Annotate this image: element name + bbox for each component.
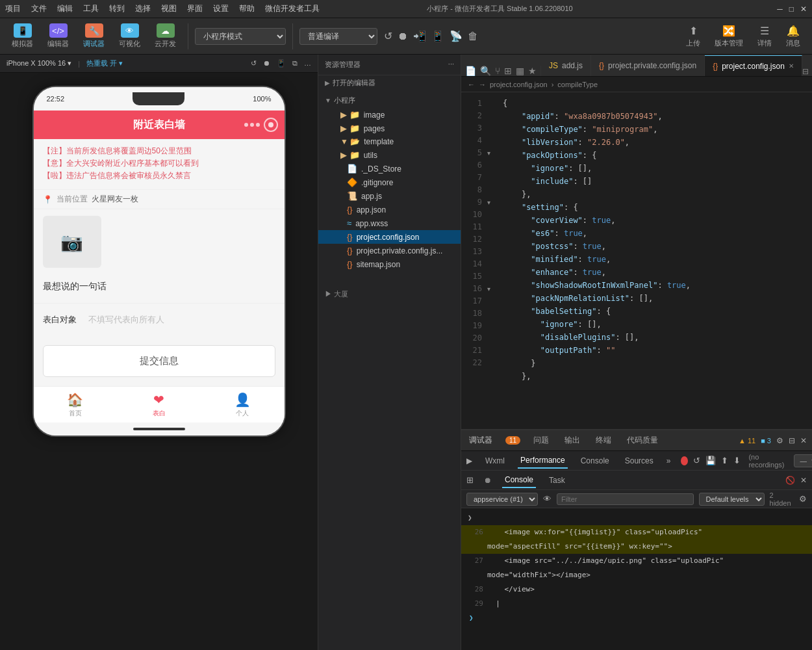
file-sitemap[interactable]: {} sitemap.json: [318, 257, 461, 271]
menu-item-settings[interactable]: 设置: [213, 3, 229, 14]
hot-reload-toggle[interactable]: 热重载 开 ▾: [86, 58, 123, 68]
file-ds-store[interactable]: 📄 ._DS_Store: [318, 162, 461, 176]
breadcrumb-part2[interactable]: compileType: [557, 81, 598, 88]
tab-more-icon[interactable]: »: [666, 456, 671, 465]
tab-console-inner[interactable]: Console: [578, 454, 612, 468]
tab-project-config[interactable]: {} project.config.json ✕: [705, 55, 802, 76]
menu-item-help[interactable]: 帮助: [239, 3, 255, 14]
phone-icon[interactable]: 📱: [431, 30, 444, 42]
menu-item-project[interactable]: 项目: [5, 3, 21, 14]
clearcache-icon[interactable]: 🗑: [468, 31, 478, 42]
debug-close-icon[interactable]: ✕: [800, 436, 807, 445]
nav-profile[interactable]: 👤 个人: [201, 387, 285, 422]
debug-tab-debugger[interactable]: 调试器: [466, 432, 495, 448]
more-device-icon[interactable]: …: [304, 59, 311, 68]
version-button[interactable]: 🔀 版本管理: [709, 22, 748, 51]
folder-utils[interactable]: ▶ 📁 utils: [318, 148, 461, 162]
preview-icon[interactable]: 📲: [413, 30, 426, 42]
visual-button[interactable]: 👁 可视化: [114, 21, 146, 51]
file-project-private-config[interactable]: {} project.private.config.js...: [318, 244, 461, 257]
record-btn[interactable]: [264, 118, 278, 132]
eye-icon[interactable]: 👁: [543, 494, 552, 504]
realtest-icon[interactable]: 📡: [450, 30, 463, 42]
file-app-js[interactable]: 📜 app.js: [318, 189, 461, 203]
fold-9[interactable]: ▾: [487, 196, 496, 209]
detail-button[interactable]: ☰ 详情: [752, 22, 777, 51]
nav-whiteboard[interactable]: ❤ 表白: [117, 387, 201, 422]
edit-button[interactable]: </> 编辑器: [42, 21, 74, 51]
submit-button[interactable]: 提交信息: [43, 345, 275, 377]
debug-button[interactable]: 🔧 调试器: [78, 21, 110, 51]
fold-5[interactable]: ▾: [487, 147, 496, 159]
record-stop-icon[interactable]: [681, 456, 688, 465]
fold-17[interactable]: ▾: [487, 283, 496, 295]
compile-select[interactable]: 普通编译: [299, 28, 377, 45]
menu-item-select[interactable]: 选择: [135, 3, 151, 14]
folder-template[interactable]: ▼ 📂 template: [318, 135, 461, 148]
debug-tab-terminal[interactable]: 终端: [593, 432, 614, 448]
window-minimize[interactable]: ─: [777, 5, 783, 14]
tab-wxml[interactable]: Wxml: [483, 454, 507, 468]
section-big[interactable]: ▶ 大厦: [318, 284, 461, 304]
breadcrumb-next-icon[interactable]: →: [479, 81, 486, 88]
simulate-button[interactable]: 📱 模拟器: [6, 21, 38, 51]
debug-settings-icon[interactable]: ⚙: [776, 436, 783, 445]
file-gitignore[interactable]: 🔶 .gitignore: [318, 176, 461, 189]
perf-save-icon[interactable]: 💾: [705, 456, 716, 465]
debug-tab-output[interactable]: 输出: [562, 432, 583, 448]
menu-item-interface[interactable]: 界面: [187, 3, 203, 14]
image-placeholder[interactable]: 📷: [43, 216, 101, 268]
perf-refresh-icon[interactable]: ↺: [693, 456, 700, 465]
filter-input[interactable]: [557, 493, 694, 505]
cloud-button[interactable]: ☁ 云开发: [149, 21, 181, 51]
file-project-config[interactable]: {} project.config.json: [318, 230, 461, 244]
debug-split-icon[interactable]: ⊟: [789, 436, 795, 445]
device-select[interactable]: iPhone X 100% 16 ▾: [6, 59, 71, 68]
tab-add-js[interactable]: JS add.js: [541, 55, 591, 76]
message-button[interactable]: 🔔 消息: [781, 22, 806, 51]
nav-home[interactable]: 🏠 首页: [34, 387, 118, 422]
refresh-device-icon[interactable]: ↺: [251, 59, 257, 68]
file-app-wxss[interactable]: ≈ app.wxss: [318, 216, 461, 230]
folder-image[interactable]: ▶ 📁 image: [318, 108, 461, 122]
folder-pages[interactable]: ▶ 📁 pages: [318, 122, 461, 135]
stop-icon[interactable]: ⏺: [398, 31, 408, 42]
menu-item-view[interactable]: 视图: [161, 3, 177, 14]
appservice-select[interactable]: appservice (#1): [466, 493, 538, 506]
tab-table-icon[interactable]: ▦: [516, 66, 524, 76]
tab-close-icon[interactable]: ✕: [789, 62, 794, 70]
open-editors-section[interactable]: ▶ 打开的编辑器: [318, 75, 461, 90]
refresh-icon[interactable]: ↺: [384, 30, 392, 42]
menu-item-goto[interactable]: 转到: [109, 3, 125, 14]
menu-item-file[interactable]: 文件: [31, 3, 47, 14]
menu-item-wechat[interactable]: 微信开发者工具: [265, 3, 320, 14]
tab-branch-icon[interactable]: ⑂: [495, 66, 500, 76]
split-editor-icon[interactable]: ⊟: [802, 67, 809, 76]
window-close[interactable]: ✕: [800, 5, 807, 14]
debug-tab-issues[interactable]: 问题: [531, 432, 552, 448]
upload-button[interactable]: ⬆ 上传: [681, 22, 705, 51]
tab-project-private[interactable]: {} project.private.config.json: [591, 55, 705, 76]
console-clear-icon[interactable]: 🚫: [785, 476, 795, 485]
copy-device-icon[interactable]: ⧉: [292, 59, 298, 68]
menu-item-tools[interactable]: 工具: [83, 3, 99, 14]
levels-select[interactable]: Default levels: [699, 493, 765, 506]
tab-console[interactable]: Console: [502, 473, 536, 488]
perf-load-icon[interactable]: ⬆: [721, 456, 728, 465]
tab-sources[interactable]: Sources: [622, 454, 656, 468]
perf-down-icon[interactable]: ⬇: [733, 456, 741, 465]
code-content[interactable]: { "appid": "wxa8a0987b05074943", "compil…: [496, 92, 812, 429]
tab-grid-icon[interactable]: ⊞: [504, 66, 512, 76]
debug-tab-code-quality[interactable]: 代码质量: [624, 432, 661, 448]
breadcrumb-part1[interactable]: project.config.json: [490, 81, 548, 88]
explorer-more-icon[interactable]: ···: [448, 60, 454, 70]
phone-device-icon[interactable]: 📱: [277, 59, 286, 68]
tab-search-icon[interactable]: 🔍: [480, 66, 491, 76]
tab-performance[interactable]: Performance: [518, 453, 568, 469]
dots-menu[interactable]: [244, 123, 260, 127]
miniprogram-section[interactable]: ▼ 小程序: [318, 93, 461, 108]
console-settings-icon[interactable]: ⚙: [799, 494, 807, 504]
recording-select[interactable]: —: [794, 454, 812, 467]
record-device-icon[interactable]: ⏺: [263, 59, 270, 68]
devtools-record-icon[interactable]: ▶: [466, 456, 472, 465]
